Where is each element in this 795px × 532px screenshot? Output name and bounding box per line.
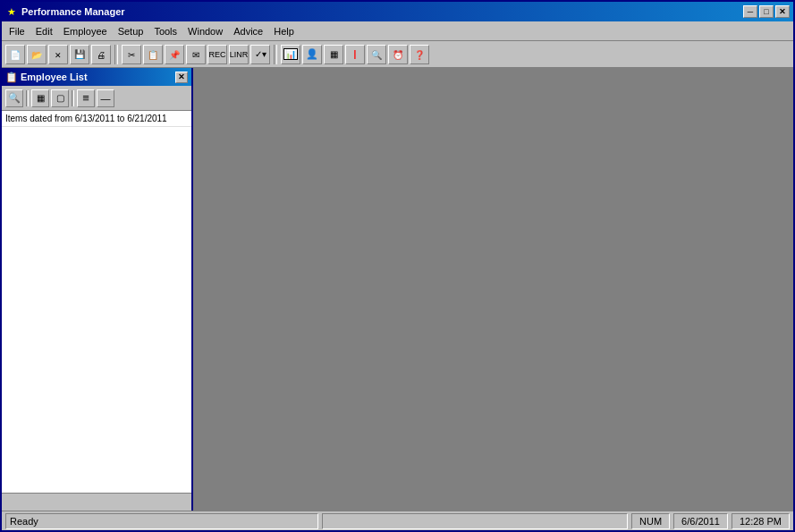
el-sep-2 — [72, 90, 74, 106]
toolbar-chart-button[interactable]: | — [345, 45, 365, 64]
toolbar-open-button[interactable] — [27, 45, 47, 64]
toolbar-link-button[interactable]: LINR — [229, 45, 249, 64]
performance-manager-window: ★ Performance Manager ─ □ ✕ File Edit Em… — [0, 0, 795, 532]
status-text: Ready — [5, 513, 318, 529]
el-search-button[interactable]: 🔍 — [5, 89, 23, 107]
el-window-button[interactable]: ▢ — [51, 89, 69, 107]
statusbar: Ready NUM 6/6/2011 12:28 PM — [2, 511, 793, 530]
pm-titlebar-left: ★ Performance Manager — [5, 5, 125, 18]
main-toolbar: 💾 REC LINR ✓▾ 📊 👤 ▦ | — [2, 41, 793, 68]
menu-tools[interactable]: Tools — [148, 24, 182, 38]
el-grid-button[interactable]: ▦ — [31, 89, 49, 107]
pm-window-title: Performance Manager — [21, 6, 125, 17]
toolbar-record-button[interactable]: REC — [207, 45, 227, 64]
pm-maximize-button[interactable]: □ — [759, 5, 774, 18]
main-content-area — [193, 68, 793, 511]
pm-titlebar-buttons: ─ □ ✕ — [743, 5, 790, 18]
el-statusbar — [2, 493, 191, 511]
pm-close-button[interactable]: ✕ — [775, 5, 790, 18]
toolbar-sep-2 — [274, 45, 277, 64]
employee-list-panel: 📋 Employee List ✕ 🔍 ▦ ▢ ≡ — [2, 68, 193, 511]
toolbar-paste-button[interactable] — [165, 45, 184, 64]
menu-employee[interactable]: Employee — [58, 24, 113, 38]
el-titlebar-left: 📋 Employee List — [5, 72, 88, 83]
status-spacer — [322, 513, 628, 529]
toolbar-cut-button[interactable] — [122, 45, 141, 64]
toolbar-sep-1 — [114, 45, 118, 64]
toolbar-copy-button[interactable] — [143, 45, 163, 64]
employee-list-title: Employee List — [21, 72, 88, 82]
menu-window[interactable]: Window — [182, 24, 228, 38]
status-date: 6/6/2011 — [673, 513, 728, 529]
employee-list-titlebar: 📋 Employee List ✕ — [2, 68, 191, 86]
toolbar-email-button[interactable] — [186, 45, 206, 64]
toolbar-check-down[interactable]: ✓▾ — [250, 45, 270, 64]
toolbar-save-button[interactable]: 💾 — [70, 45, 89, 64]
toolbar-grid-button[interactable]: ▦ — [324, 45, 343, 64]
pm-minimize-button[interactable]: ─ — [743, 5, 757, 18]
status-num-indicator: NUM — [631, 513, 670, 529]
toolbar-data-button[interactable]: 📊 — [281, 45, 300, 64]
employee-list-close-button[interactable]: ✕ — [175, 72, 188, 83]
pm-body: 📋 Employee List ✕ 🔍 ▦ ▢ ≡ — [2, 68, 793, 511]
toolbar-clock-button[interactable] — [388, 45, 408, 64]
pm-titlebar: ★ Performance Manager ─ □ ✕ — [2, 2, 793, 21]
menu-help[interactable]: Help — [268, 24, 300, 38]
employee-list-content[interactable] — [2, 127, 191, 493]
toolbar-delete-button[interactable] — [48, 45, 68, 64]
toolbar-new-button[interactable] — [5, 45, 25, 64]
pm-app-icon: ★ — [5, 5, 18, 18]
toolbar-print-button[interactable] — [91, 45, 111, 64]
toolbar-help-button[interactable] — [410, 45, 429, 64]
el-sep-1 — [26, 90, 29, 106]
menu-file[interactable]: File — [4, 24, 30, 38]
menu-advice[interactable]: Advice — [228, 24, 268, 38]
status-time: 12:28 PM — [732, 513, 790, 529]
date-range-label: Items dated from 6/13/2011 to 6/21/2011 — [2, 111, 191, 127]
el-toolbar: 🔍 ▦ ▢ ≡ — — [2, 86, 191, 111]
menu-setup[interactable]: Setup — [113, 24, 149, 38]
el-lines-button[interactable]: ≡ — [77, 89, 95, 107]
el-dash-button[interactable]: — — [97, 89, 114, 107]
menubar: File Edit Employee Setup Tools Window Ad… — [2, 21, 793, 41]
menu-edit[interactable]: Edit — [30, 24, 58, 38]
toolbar-person-button[interactable]: 👤 — [302, 45, 322, 64]
toolbar-search-button[interactable] — [367, 45, 386, 64]
